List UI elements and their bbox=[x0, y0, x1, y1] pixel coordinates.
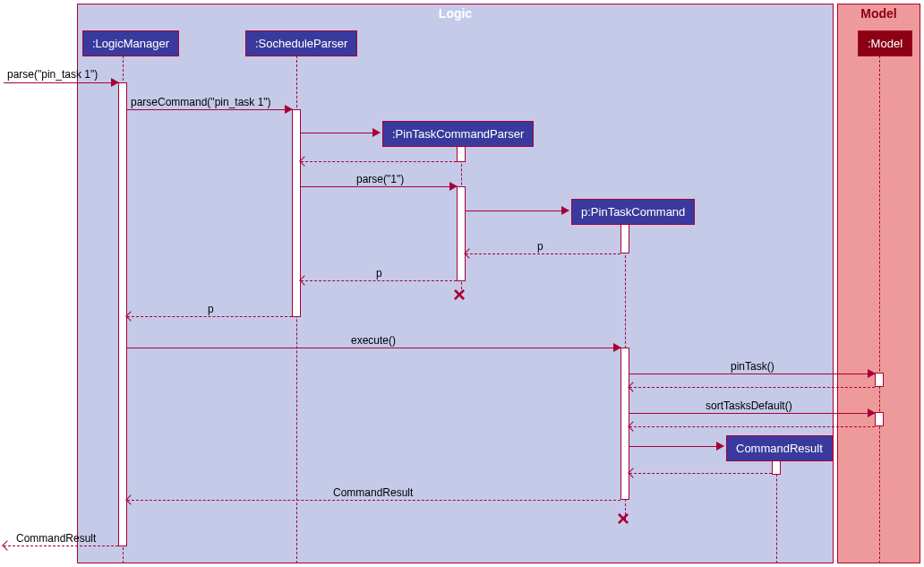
arrow-m2 bbox=[127, 109, 292, 110]
participant-pintaskcommand: p:PinTaskCommand bbox=[571, 199, 695, 225]
arrowhead-create-ptcp bbox=[372, 128, 381, 137]
lifeline-commandresult bbox=[776, 460, 777, 563]
arrow-m3 bbox=[301, 186, 457, 187]
activation-pintaskcommand-2 bbox=[620, 348, 629, 500]
arrowhead-m1 bbox=[111, 78, 119, 87]
arrowhead-create-cr bbox=[716, 442, 724, 451]
destroy-pintaskcommand: × bbox=[617, 506, 629, 531]
arrowhead-m7 bbox=[613, 343, 621, 352]
arrow-return-ptcp1 bbox=[301, 161, 457, 162]
msg-parse1: parse("1") bbox=[356, 173, 404, 185]
arrowhead-create-ptc bbox=[561, 206, 569, 215]
arrow-create-cr bbox=[629, 446, 723, 447]
activation-model-2 bbox=[875, 412, 884, 426]
arrow-create-ptcp bbox=[301, 133, 380, 133]
arrow-m8 bbox=[629, 374, 875, 374]
msg-parse: parse("pin_task 1") bbox=[7, 68, 98, 81]
sequence-diagram: Logic Model :LogicManager :SochedulePars… bbox=[0, 0, 924, 567]
arrow-m9 bbox=[629, 413, 875, 414]
arrow-m1 bbox=[4, 82, 118, 83]
msg-pintask: pinTask() bbox=[731, 360, 774, 373]
participant-pintaskcommandparser: :PinTaskCommandParser bbox=[382, 121, 534, 147]
participant-commandresult: CommandResult bbox=[726, 435, 833, 461]
arrowhead-m8 bbox=[868, 369, 876, 378]
arrow-m8-ret bbox=[629, 387, 875, 388]
arrowhead-m3 bbox=[449, 182, 458, 191]
arrowhead-m2 bbox=[285, 105, 293, 114]
arrow-m6 bbox=[127, 316, 292, 317]
participant-model: :Model bbox=[858, 30, 912, 56]
destroy-pintaskcommandparser: × bbox=[453, 282, 466, 307]
activation-model-1 bbox=[875, 373, 884, 387]
msg-sort: sortTasksDefault() bbox=[706, 399, 792, 412]
msg-cmdresult2: CommandResult bbox=[16, 532, 96, 545]
msg-p3: p bbox=[208, 303, 214, 315]
msg-p2: p bbox=[376, 267, 382, 279]
arrow-m7 bbox=[127, 348, 620, 348]
arrow-m4 bbox=[466, 253, 620, 254]
arrow-m9-ret bbox=[629, 426, 875, 427]
msg-execute: execute() bbox=[351, 334, 396, 347]
activation-pintaskcommand-1 bbox=[620, 224, 629, 253]
arrow-cr-ret bbox=[629, 473, 772, 474]
arrow-m10 bbox=[127, 500, 620, 501]
msg-cmdresult1: CommandResult bbox=[333, 486, 413, 499]
arrow-m5 bbox=[301, 280, 457, 281]
frame-logic-label: Logic bbox=[439, 6, 472, 21]
arrowhead-m11 bbox=[2, 540, 12, 550]
participant-logicmanager: :LogicManager bbox=[82, 30, 179, 56]
activation-socheduleparser bbox=[292, 109, 301, 317]
msg-p1: p bbox=[537, 240, 543, 253]
activation-pintaskcommandparser-2 bbox=[457, 186, 466, 281]
msg-parsecommand: parseCommand("pin_task 1") bbox=[131, 96, 271, 108]
activation-commandresult bbox=[772, 460, 781, 475]
activation-pintaskcommandparser-1 bbox=[457, 146, 466, 162]
lifeline-model bbox=[879, 56, 880, 563]
arrowhead-m9 bbox=[868, 408, 876, 417]
participant-socheduleparser: :SocheduleParser bbox=[245, 30, 357, 56]
arrow-m11 bbox=[4, 546, 118, 546]
arrow-create-ptc bbox=[466, 210, 569, 211]
frame-model-label: Model bbox=[860, 6, 896, 21]
